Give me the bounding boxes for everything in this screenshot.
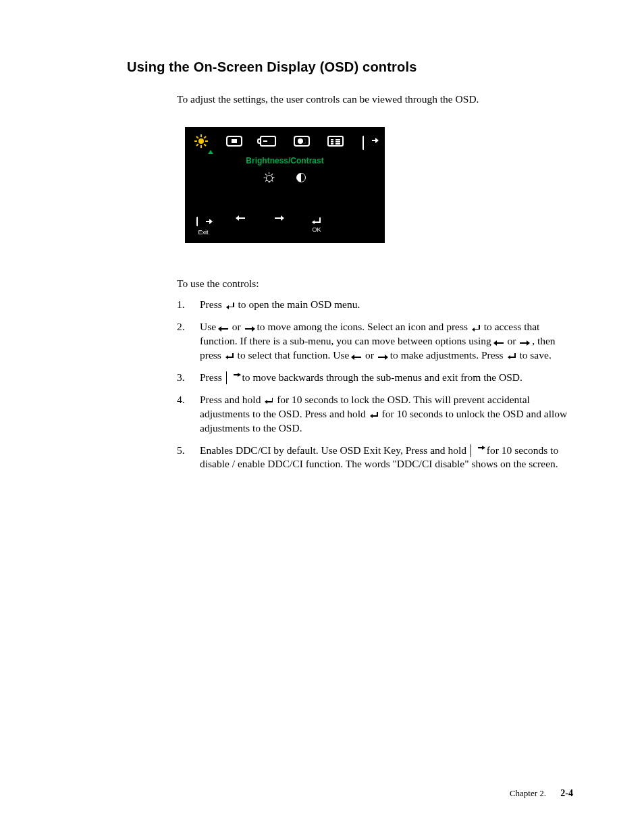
sun-icon (196, 136, 207, 147)
page-footer: Chapter 2. 2-4 (510, 787, 573, 800)
step-text: or (232, 321, 244, 332)
section-heading: Using the On-Screen Display (OSD) contro… (127, 58, 573, 76)
menu-icon (327, 136, 344, 147)
instruction-step: Press to move backwards through the sub-… (177, 371, 573, 385)
step-text: to open the main OSD menu. (238, 298, 360, 310)
instruction-step: Use or to move among the icons. Select a… (177, 320, 573, 363)
brightness-icon (264, 173, 273, 182)
osd-icon-exit (361, 134, 377, 149)
osd-icon-image-position (226, 134, 242, 149)
osd-ok-button: OK (306, 217, 327, 234)
arrow-right-icon (275, 217, 283, 219)
arrow-left-icon (220, 328, 228, 330)
enter-icon (370, 412, 378, 419)
osd-menu-title: Brightness/Contrast (185, 154, 385, 172)
enter-icon (313, 217, 321, 224)
osd-top-icon-row (185, 127, 385, 154)
step-text: to move among the icons. Select an icon … (257, 321, 471, 332)
footer-page-number: 2-4 (560, 788, 573, 798)
intro-paragraph: To adjust the settings, the user control… (177, 93, 573, 107)
arrow-right-icon (378, 357, 386, 358)
footer-chapter: Chapter 2. (510, 788, 546, 798)
exit-icon (196, 217, 210, 227)
arrow-right-icon (520, 342, 528, 344)
step-text: to move backwards through the sub-menus … (242, 371, 522, 383)
step-text: Press (200, 371, 225, 383)
contrast-icon (296, 173, 306, 182)
step-text: or (365, 349, 377, 361)
osd-right-button (269, 217, 289, 219)
step-text: or (508, 335, 519, 346)
step-text: to make adjustments. Press (390, 349, 506, 361)
arrow-left-icon (353, 357, 361, 358)
arrow-right-icon (245, 328, 253, 330)
osd-icon-input (260, 134, 276, 149)
osd-icon-color (294, 134, 310, 149)
color-icon (294, 136, 310, 147)
input-icon (260, 136, 276, 147)
osd-bottom-row: Exit OK (185, 213, 385, 243)
arrow-left-icon (237, 217, 245, 219)
step-text: to save. (519, 349, 551, 361)
enter-icon (225, 353, 234, 360)
screen-icon (226, 136, 242, 147)
step-text: Press and hold (200, 394, 263, 405)
osd-submenu-row (185, 172, 385, 213)
exit-icon (363, 136, 376, 146)
step-text: Press (200, 298, 225, 310)
osd-figure: Brightness/Contrast Exit (185, 127, 385, 243)
osd-icon-options (327, 134, 344, 149)
arrow-left-icon (495, 342, 504, 344)
instructions-intro: To use the controls: (177, 277, 573, 291)
instruction-step: Press and hold for 10 seconds to lock th… (177, 393, 573, 436)
step-text: Enables DDC/CI by default. Use OSD Exit … (200, 444, 469, 456)
exit-icon (226, 371, 238, 380)
instruction-list: Press to open the main OSD menu. Use or … (177, 298, 573, 471)
step-text: to select that function. Use (238, 349, 352, 361)
enter-icon (508, 353, 516, 360)
osd-left-button (231, 217, 251, 219)
enter-icon (472, 325, 480, 332)
exit-icon (471, 444, 483, 452)
exit-label: Exit (198, 228, 208, 236)
osd-exit-button: Exit (193, 217, 213, 236)
enter-icon (226, 303, 234, 309)
osd-icon-brightness (193, 134, 209, 149)
instruction-step: Enables DDC/CI by default. Use OSD Exit … (177, 444, 573, 472)
document-page: Using the On-Screen Display (OSD) contro… (0, 0, 644, 834)
instruction-step: Press to open the main OSD menu. (177, 298, 573, 312)
ok-label: OK (312, 226, 321, 234)
selection-indicator-icon (208, 150, 213, 154)
step-text: Use (200, 321, 219, 332)
enter-icon (265, 398, 273, 405)
